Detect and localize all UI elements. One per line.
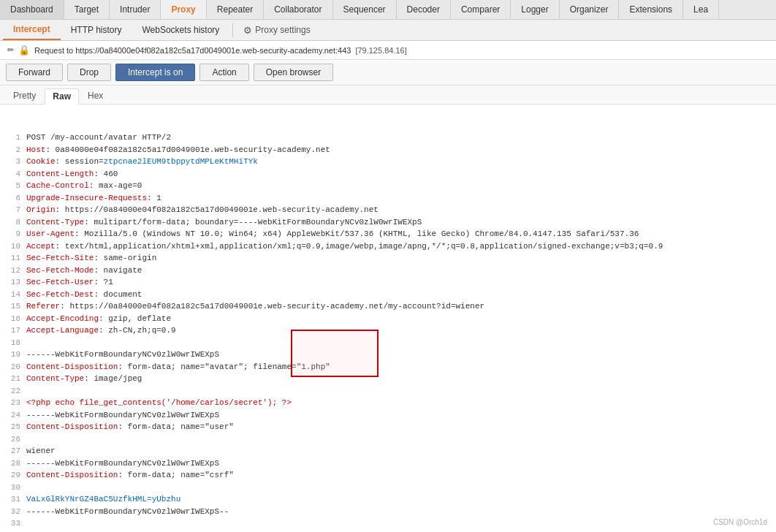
- sub-nav-item-http-history[interactable]: HTTP history: [61, 20, 132, 39]
- line-content: ------WebKitFormBoundaryNCv0zlW0wrIWEXpS…: [26, 506, 229, 518]
- line-number: 10: [6, 240, 20, 253]
- line-number: 2: [6, 144, 20, 156]
- line-content: Sec-Fetch-User: ?1: [26, 276, 113, 289]
- line-content: Content-Type: multipart/form-data; bound…: [26, 216, 422, 229]
- url-text: Request to https://0a84000e04f082a182c5a…: [34, 46, 351, 55]
- top-nav-item-target[interactable]: Target: [64, 0, 110, 19]
- lock-icon: 🔒: [18, 45, 30, 56]
- line: 31VaLxGlRkYNrGZ4BaC5UzfkHML=yUbzhu: [6, 493, 770, 506]
- line: 8Content-Type: multipart/form-data; boun…: [6, 216, 770, 229]
- line: 3Cookie: session=ztpcnae2lEUM9tbppytdMPL…: [6, 156, 770, 168]
- line-number: 13: [6, 276, 20, 289]
- line: 32------WebKitFormBoundaryNCv0zlW0wrIWEX…: [6, 506, 770, 518]
- top-nav-item-proxy[interactable]: Proxy: [161, 0, 206, 19]
- line: 16Accept-Encoding: gzip, deflate: [6, 313, 770, 325]
- line-content: User-Agent: Mozilla/5.0 (Windows NT 10.0…: [26, 228, 639, 240]
- forward-button[interactable]: Forward: [6, 64, 63, 81]
- top-nav-item-dashboard[interactable]: Dashboard: [0, 0, 64, 19]
- proxy-settings-label: Proxy settings: [255, 25, 310, 35]
- top-nav-item-collaborator[interactable]: Collaborator: [264, 0, 332, 19]
- top-nav-item-intruder[interactable]: Intruder: [110, 0, 161, 19]
- top-nav-item-organizer[interactable]: Organizer: [560, 0, 620, 19]
- line: 20Content-Disposition: form-data; name="…: [6, 361, 770, 373]
- open-browser-button[interactable]: Open browser: [254, 64, 333, 81]
- line: 7Origin: https://0a84000e04f082a182c5a17…: [6, 204, 770, 216]
- line: 33: [6, 517, 770, 530]
- request-container[interactable]: 1POST /my-account/avatar HTTP/22Host: 0a…: [0, 104, 776, 532]
- sub-nav-item-websockets-history[interactable]: WebSockets history: [132, 20, 229, 39]
- drop-button[interactable]: Drop: [67, 64, 111, 81]
- proxy-settings-button[interactable]: ⚙Proxy settings: [236, 22, 317, 39]
- line-content: Content-Disposition: form-data; name="us…: [26, 421, 234, 433]
- url-ip: [79.125.84.16]: [355, 46, 406, 55]
- top-nav-item-extensions[interactable]: Extensions: [619, 0, 683, 19]
- top-nav: DashboardTargetIntruderProxyRepeaterColl…: [0, 0, 776, 20]
- line: 24------WebKitFormBoundaryNCv0zlW0wrIWEX…: [6, 409, 770, 422]
- intercept-button[interactable]: Intercept is on: [115, 64, 195, 81]
- line-number: 21: [6, 373, 20, 385]
- top-nav-item-comparer[interactable]: Comparer: [451, 0, 511, 19]
- line-content: Content-Type: image/jpeg: [26, 373, 142, 385]
- line: 14Sec-Fetch-Dest: document: [6, 289, 770, 301]
- line: 25Content-Disposition: form-data; name="…: [6, 421, 770, 433]
- line: 30: [6, 482, 770, 494]
- line-number: 30: [6, 482, 20, 494]
- line: 4Content-Length: 460: [6, 168, 770, 180]
- line-number: 9: [6, 228, 20, 240]
- line-number: 32: [6, 506, 20, 518]
- line-number: 31: [6, 493, 20, 506]
- line: 29Content-Disposition: form-data; name="…: [6, 469, 770, 482]
- toolbar: Forward Drop Intercept is on Action Open…: [0, 60, 776, 86]
- line-content: Content-Length: 460: [26, 168, 118, 180]
- line-number: 29: [6, 469, 20, 482]
- sub-nav-separator: [232, 23, 233, 37]
- url-bar: ✏ 🔒 Request to https://0a84000e04f082a18…: [0, 41, 776, 60]
- line: 2Host: 0a84000e04f082a182c5a17d0049001e.…: [6, 144, 770, 156]
- line: 18: [6, 337, 770, 349]
- top-nav-item-lea[interactable]: Lea: [683, 0, 719, 19]
- line: 26: [6, 433, 770, 446]
- line-content: Origin: https://0a84000e04f082a182c5a17d…: [26, 204, 379, 216]
- gear-icon: ⚙: [243, 25, 252, 36]
- line: 27wiener: [6, 445, 770, 457]
- line: 6Upgrade-Insecure-Requests: 1: [6, 192, 770, 205]
- line: 9User-Agent: Mozilla/5.0 (Windows NT 10.…: [6, 228, 770, 240]
- line-number: 1: [6, 132, 20, 144]
- line-content: Accept: text/html,application/xhtml+xml,…: [26, 240, 663, 253]
- sub-nav-item-intercept[interactable]: Intercept: [3, 20, 61, 40]
- line-number: 16: [6, 313, 20, 325]
- line-number: 23: [6, 397, 20, 409]
- request-body: 1POST /my-account/avatar HTTP/22Host: 0a…: [0, 104, 776, 532]
- line: 17Accept-Language: zh-CN,zh;q=0.9: [6, 324, 770, 337]
- top-nav-item-decoder[interactable]: Decoder: [397, 0, 451, 19]
- line-number: 17: [6, 324, 20, 337]
- line: 5Cache-Control: max-age=0: [6, 180, 770, 192]
- format-tab-hex[interactable]: Hex: [80, 88, 110, 104]
- line: 1POST /my-account/avatar HTTP/2: [6, 132, 770, 144]
- line: 15Referer: https://0a84000e04f082a182c5a…: [6, 300, 770, 313]
- line: 10Accept: text/html,application/xhtml+xm…: [6, 240, 770, 253]
- line: 11Sec-Fetch-Site: same-origin: [6, 252, 770, 265]
- line-number: 25: [6, 421, 20, 433]
- line-content: ------WebKitFormBoundaryNCv0zlW0wrIWEXpS: [26, 457, 219, 470]
- line: 28------WebKitFormBoundaryNCv0zlW0wrIWEX…: [6, 457, 770, 470]
- line-number: 3: [6, 156, 20, 168]
- line-content: wiener: [26, 445, 56, 457]
- top-nav-item-logger[interactable]: Logger: [511, 0, 559, 19]
- line-number: 5: [6, 180, 20, 192]
- line: 12Sec-Fetch-Mode: navigate: [6, 265, 770, 277]
- line: 22: [6, 385, 770, 398]
- watermark: CSDN @Orch1d: [713, 518, 767, 526]
- line-number: 7: [6, 204, 20, 216]
- format-tab-pretty[interactable]: Pretty: [6, 88, 43, 104]
- top-nav-item-repeater[interactable]: Repeater: [207, 0, 264, 19]
- format-tab-raw[interactable]: Raw: [45, 88, 79, 104]
- line-number: 11: [6, 252, 20, 265]
- line-number: 24: [6, 409, 20, 422]
- line-content: POST /my-account/avatar HTTP/2: [26, 132, 171, 144]
- line-content: Host: 0a84000e04f082a182c5a17d0049001e.w…: [26, 144, 330, 156]
- format-tabs: PrettyRawHex: [0, 86, 776, 104]
- action-button[interactable]: Action: [199, 64, 248, 81]
- line: 19------WebKitFormBoundaryNCv0zlW0wrIWEX…: [6, 349, 770, 361]
- top-nav-item-sequencer[interactable]: Sequencer: [333, 0, 397, 19]
